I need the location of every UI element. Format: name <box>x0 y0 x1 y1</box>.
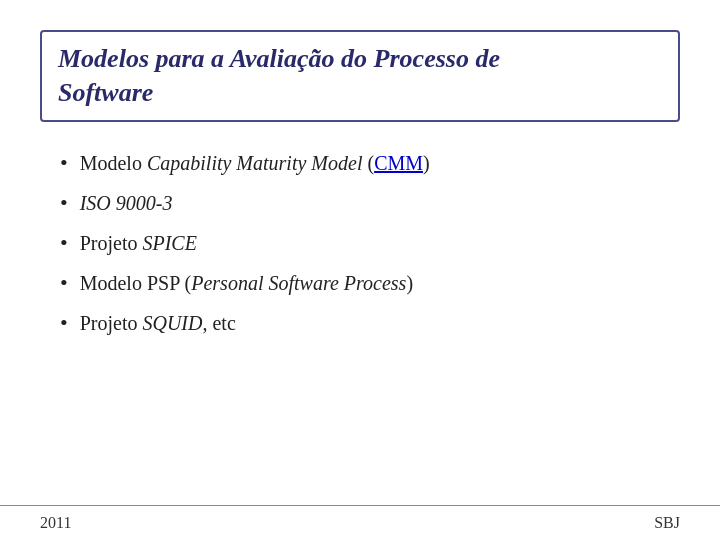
bullet-dot: • <box>60 190 68 216</box>
bullet-content-1: Modelo Capability Maturity Model (CMM) <box>80 150 430 176</box>
cmm-link[interactable]: CMM <box>374 152 423 174</box>
title-line1: Modelos para a Avaliação do Processo de <box>58 44 500 73</box>
italic-text: SPICE <box>142 232 196 254</box>
footer-logo: SBJ <box>654 514 680 532</box>
bullet-content-5: Projeto SQUID, etc <box>80 310 236 336</box>
slide-title: Modelos para a Avaliação do Processo de … <box>58 42 662 110</box>
bullet-content-3: Projeto SPICE <box>80 230 197 256</box>
bullet-list: • Modelo Capability Maturity Model (CMM)… <box>40 150 680 336</box>
bullet-dot: • <box>60 150 68 176</box>
italic-text: Capability Maturity Model <box>147 152 363 174</box>
title-line2: Software <box>58 78 153 107</box>
italic-text: SQUID <box>142 312 202 334</box>
slide-footer: 2011 SBJ <box>0 505 720 540</box>
list-item: • Projeto SPICE <box>60 230 680 256</box>
slide-container: Modelos para a Avaliação do Processo de … <box>0 0 720 540</box>
list-item: • ISO 9000-3 <box>60 190 680 216</box>
title-box: Modelos para a Avaliação do Processo de … <box>40 30 680 122</box>
footer-year: 2011 <box>40 514 71 532</box>
list-item: • Modelo Capability Maturity Model (CMM) <box>60 150 680 176</box>
bullet-dot: • <box>60 230 68 256</box>
list-item: • Projeto SQUID, etc <box>60 310 680 336</box>
bullet-dot: • <box>60 270 68 296</box>
bullet-content-4: Modelo PSP (Personal Software Process) <box>80 270 413 296</box>
list-item: • Modelo PSP (Personal Software Process) <box>60 270 680 296</box>
bullet-dot: • <box>60 310 68 336</box>
italic-text: Personal Software Process <box>191 272 406 294</box>
bullet-content-2: ISO 9000-3 <box>80 190 173 216</box>
